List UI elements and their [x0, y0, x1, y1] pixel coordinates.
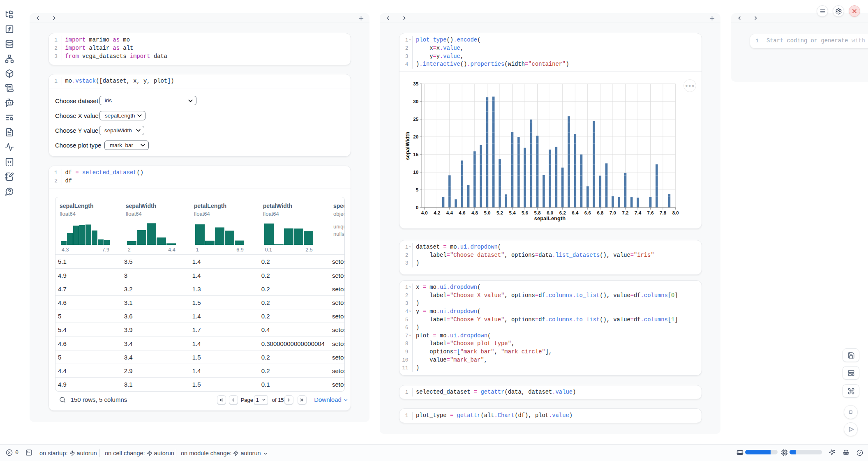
svg-text:8.0: 8.0	[672, 210, 679, 215]
svg-text:5.8: 5.8	[534, 210, 541, 215]
svg-text:5.2: 5.2	[496, 210, 503, 215]
svg-text:6.6: 6.6	[584, 210, 591, 215]
svg-text:35: 35	[413, 81, 419, 86]
svg-text:7.6: 7.6	[647, 210, 654, 215]
svg-text:7.2: 7.2	[622, 210, 629, 215]
svg-text:4.0: 4.0	[421, 210, 428, 215]
svg-text:4.6: 4.6	[459, 210, 466, 215]
svg-text:20: 20	[413, 134, 419, 139]
svg-text:5: 5	[416, 187, 419, 192]
svg-text:4.2: 4.2	[434, 210, 441, 215]
svg-text:6.8: 6.8	[597, 210, 604, 215]
svg-text:7.4: 7.4	[635, 210, 642, 215]
svg-text:6.2: 6.2	[559, 210, 566, 215]
svg-text:30: 30	[413, 99, 419, 104]
svg-text:4.4: 4.4	[446, 210, 453, 215]
svg-text:7.8: 7.8	[660, 210, 667, 215]
svg-text:15: 15	[413, 152, 419, 157]
svg-text:5.4: 5.4	[509, 210, 516, 215]
svg-text:25: 25	[413, 117, 419, 122]
svg-text:5.6: 5.6	[522, 210, 529, 215]
svg-text:sepalLength: sepalLength	[534, 215, 566, 221]
svg-text:7.0: 7.0	[609, 210, 616, 215]
svg-text:10: 10	[413, 170, 419, 175]
svg-text:5.0: 5.0	[484, 210, 491, 215]
svg-text:6.4: 6.4	[572, 210, 579, 215]
svg-text:6.0: 6.0	[547, 210, 554, 215]
svg-text:4.8: 4.8	[471, 210, 478, 215]
svg-text:sepalWidth: sepalWidth	[404, 131, 411, 160]
svg-text:0: 0	[416, 205, 418, 210]
